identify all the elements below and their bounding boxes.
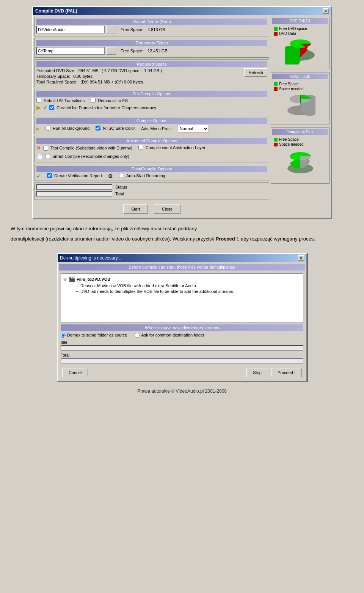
footer-text: Prawa autorskie © VideoAudio.pl 2001-200… <box>137 389 227 394</box>
adv-menu-label: Adv. Menu Proc. <box>141 126 172 131</box>
space-needed-legend: Space needed <box>279 87 304 91</box>
compile-window-title: Compile DVD (PAL) <box>35 8 77 14</box>
tree-child-2: → DVD-lab needs to demultiplex the VOB f… <box>75 289 301 294</box>
file-tree-box: ⊟ 🎬 Film_toDVD.VOB → Reason: Movie use V… <box>61 274 303 323</box>
frame-index-label: Create/Use Frame-Index for better Chapte… <box>56 105 156 110</box>
stop-button[interactable]: Stop <box>246 368 268 377</box>
ask-common-radio[interactable] <box>135 333 140 338</box>
temp-disk-pie-chart <box>285 149 315 179</box>
ntsc-safe-checkbox[interactable] <box>96 126 100 131</box>
auto-start-label: Auto-Start Recording <box>126 173 165 178</box>
status-label: Status <box>115 185 127 189</box>
precompile-section: Pre-Compile Options Rebuild All Transiti… <box>35 89 269 114</box>
demux-same-radio[interactable] <box>61 333 66 338</box>
auto-start-icon: ⚙ <box>108 173 113 179</box>
postcompile-header: Post/Compile Options <box>36 166 267 172</box>
output-folder-section: Output Folder (Root) ... Free Space: 4.8… <box>35 17 269 36</box>
free-dvd-color <box>274 27 278 31</box>
expand-icon: ⊟ <box>63 277 66 281</box>
filename: Film_toDVD.VOB <box>77 277 110 282</box>
test-compile-icon: ✕ <box>36 145 41 151</box>
idle-label: Idle <box>61 340 303 344</box>
demux-right-btns: Stop Proceed ! <box>246 368 302 377</box>
demux-btn-row: Cancel Stop Proceed ! <box>61 366 303 379</box>
frame-index-icon2: ✓ <box>43 105 47 110</box>
temp-folder-section: Temporary Folder ... Free Space: 12.451 … <box>35 38 269 58</box>
main-panel: Output Folder (Root) ... Free Space: 4.8… <box>35 17 269 217</box>
bottom-btn-row: Start Close <box>35 201 269 217</box>
dvd-pie-chart <box>285 38 315 64</box>
output-folder-header: Output Folder (Root) <box>36 19 267 25</box>
dvd-data-label: DVD Data <box>279 31 296 36</box>
radio-row: Demux to same folder as source Ask for c… <box>61 333 303 338</box>
output-free-space-value: 4.813 GB <box>147 27 165 32</box>
rebuild-transitions-checkbox[interactable] <box>36 98 41 103</box>
ask-common-label: Ask for common destination folder <box>141 333 204 337</box>
estimated-detail: ( 4.7 GB DVD space = 1.04 GB ) <box>102 68 162 73</box>
compile-without-checkbox[interactable] <box>138 145 143 150</box>
compile-window-close[interactable]: × <box>323 8 329 14</box>
close-button[interactable]: Close <box>154 204 180 214</box>
output-disk-header: Output Disk <box>272 74 328 79</box>
demux-es-checkbox[interactable] <box>91 98 96 103</box>
dvd-full-section: DVD Full D1 Free DVD space DVD Data <box>271 17 329 69</box>
advanced-compile-header: Advanced Compile Options <box>36 138 267 144</box>
demux-es-label: Demux all to ES <box>98 98 128 103</box>
frame-index-icon: ▶ <box>36 104 41 111</box>
dvd-data-color <box>274 32 278 36</box>
total-progress-bar <box>36 191 112 197</box>
output-browse-btn[interactable]: ... <box>106 26 116 33</box>
free-space-legend: Free Space <box>279 82 299 86</box>
demux-titlebar: De-multiplexing is necessary... × <box>58 254 306 262</box>
temp-space-label: Temporary Space: <box>36 74 70 79</box>
create-verification-label: Create Verification Report <box>54 173 102 178</box>
temp-disk-header: Temporary Disk <box>272 129 328 135</box>
total-req-label: Total Required Space: <box>36 80 77 84</box>
estimated-value: 994.51 MB <box>78 68 99 73</box>
arrow-icon-1: → <box>75 283 79 288</box>
demux-same-label: Demux to same folder as source <box>67 333 127 337</box>
demux-title: De-multiplexing is necessary... <box>60 255 121 261</box>
create-verification-checkbox[interactable] <box>47 173 52 178</box>
proceed-button[interactable]: Proceed ! <box>271 368 302 377</box>
temp-free-space-value: 12.451 GB <box>147 49 168 53</box>
refresh-button[interactable]: Refresh <box>244 68 267 77</box>
dvd-full-header: DVD Full D1 <box>272 18 328 24</box>
output-free-space-label: Free Space: 4.813 GB <box>121 27 165 32</box>
desc-text1: W tym momencie pojawi się okno z informa… <box>11 226 197 231</box>
run-background-label: Run on Background <box>53 126 89 131</box>
free-dvd-label: Free DVD space <box>279 27 307 31</box>
total-progress-bar-demux <box>61 358 303 363</box>
run-background-checkbox[interactable] <box>46 126 50 131</box>
cancel-button[interactable]: Cancel <box>62 368 88 377</box>
adv-menu-select[interactable]: Normal Fast High Quality <box>178 125 209 132</box>
temp-path-input[interactable] <box>36 47 105 55</box>
temp-free-color <box>274 138 278 142</box>
smart-compile-checkbox[interactable] <box>45 154 50 159</box>
start-button[interactable]: Start <box>123 204 148 214</box>
compile-icon: ▶ <box>36 126 39 131</box>
progress-section: Status Total <box>35 182 269 200</box>
output-disk-section: Output Disk Free Space Space needed <box>271 72 329 124</box>
test-compile-checkbox[interactable] <box>43 146 48 151</box>
frame-index-checkbox[interactable] <box>49 105 54 110</box>
temp-space-value: 0.00 bytes <box>73 74 93 79</box>
auto-start-checkbox[interactable] <box>119 173 124 178</box>
output-disk-pie-chart <box>285 93 315 120</box>
smart-compile-icon: 📄 <box>36 153 43 159</box>
required-space-header: Required Space <box>36 61 267 67</box>
temp-browse-btn[interactable]: ... <box>106 47 116 55</box>
demux-info-bar: Before Compile can start, these files wi… <box>59 264 305 271</box>
output-path-input[interactable] <box>36 26 105 33</box>
ask-common-option: Ask for common destination folder <box>135 333 204 338</box>
temp-needed-label: Space needed <box>279 142 304 146</box>
desc-proceed-bold: Proceed ! <box>215 236 238 242</box>
demux-close-btn[interactable]: × <box>298 255 304 261</box>
temp-free-space-label: Free Space: 12.451 GB <box>121 49 168 53</box>
space-needed-color <box>274 87 278 91</box>
temp-folder-header: Temporary Folder <box>36 40 267 46</box>
total-req-value: (D:\) 994.51 MB + (C:\) 0.00 bytes <box>80 80 143 84</box>
postcompile-section: Post/Compile Options ✓ Create Verificati… <box>35 164 269 181</box>
reason2-text: DVD-lab needs to demultiplex the VOB fil… <box>80 289 234 294</box>
where-save-header: Where to save new ellementary streams <box>61 324 303 331</box>
